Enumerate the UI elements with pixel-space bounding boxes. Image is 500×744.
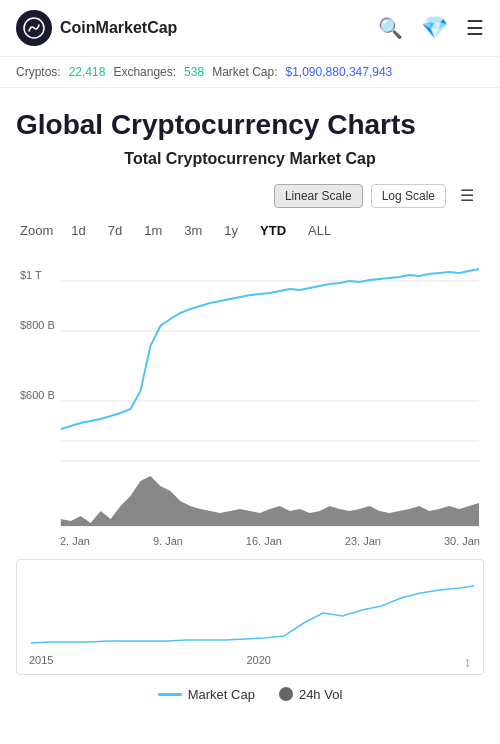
logo-icon	[16, 10, 52, 46]
marketcap-value: $1,090,880,347,943	[286, 65, 393, 79]
legend-market-cap: Market Cap	[158, 687, 255, 702]
log-scale-button[interactable]: Log Scale	[371, 184, 446, 208]
diamond-icon[interactable]: 💎	[421, 15, 448, 41]
y-label-800b: $800 B	[20, 319, 55, 331]
exchanges-value: 538	[184, 65, 204, 79]
date-label-2: 9. Jan	[153, 535, 183, 547]
legend: Market Cap 24h Vol	[16, 675, 484, 710]
marketcap-label: Market Cap:	[212, 65, 277, 79]
date-labels: 2. Jan 9. Jan 16. Jan 23. Jan 30. Jan	[16, 531, 484, 547]
stats-bar: Cryptos: 22,418 Exchanges: 538 Market Ca…	[0, 57, 500, 88]
volume-chart-svg	[16, 451, 484, 531]
zoom-1m[interactable]: 1m	[136, 220, 170, 241]
date-label-4: 23. Jan	[345, 535, 381, 547]
zoom-1y[interactable]: 1y	[216, 220, 246, 241]
main-content: Global Cryptocurrency Charts Total Crypt…	[0, 88, 500, 720]
hist-label-2020: 2020	[247, 654, 271, 670]
zoom-ytd[interactable]: YTD	[252, 220, 294, 241]
zoom-3m[interactable]: 3m	[176, 220, 210, 241]
date-label-5: 30. Jan	[444, 535, 480, 547]
zoom-controls: Zoom 1d 7d 1m 3m 1y YTD ALL	[16, 220, 484, 241]
legend-market-cap-label: Market Cap	[188, 687, 255, 702]
menu-icon[interactable]: ☰	[466, 16, 484, 40]
chart-controls: Linear Scale Log Scale ☰	[16, 184, 484, 208]
hist-label-2015: 2015	[29, 654, 53, 670]
historical-labels: 2015 2020 ↕	[21, 652, 479, 670]
date-label-3: 16. Jan	[246, 535, 282, 547]
search-icon[interactable]: 🔍	[378, 16, 403, 40]
chart-area: $1 T $800 B $600 B	[16, 251, 484, 547]
legend-dot-icon	[279, 687, 293, 701]
legend-line-icon	[158, 693, 182, 696]
y-label-600b: $600 B	[20, 389, 55, 401]
historical-section: 2015 2020 ↕	[16, 559, 484, 675]
zoom-7d[interactable]: 7d	[100, 220, 130, 241]
cryptos-label: Cryptos:	[16, 65, 61, 79]
chart-menu-icon[interactable]: ☰	[454, 184, 480, 207]
exchanges-label: Exchanges:	[113, 65, 176, 79]
brand-name: CoinMarketCap	[60, 19, 177, 37]
zoom-all[interactable]: ALL	[300, 220, 339, 241]
cryptos-value: 22,418	[69, 65, 106, 79]
header-icons: 🔍 💎 ☰	[378, 15, 484, 41]
volume-chart	[16, 451, 484, 531]
legend-volume: 24h Vol	[279, 687, 342, 702]
header: CoinMarketCap 🔍 💎 ☰	[0, 0, 500, 57]
historical-chart-svg	[21, 568, 479, 648]
linear-scale-button[interactable]: Linear Scale	[274, 184, 363, 208]
zoom-label: Zoom	[20, 223, 53, 238]
main-chart-svg	[16, 251, 484, 451]
chart-subtitle: Total Cryptocurrency Market Cap	[16, 150, 484, 168]
date-label-1: 2. Jan	[20, 535, 90, 547]
zoom-1d[interactable]: 1d	[63, 220, 93, 241]
page-title: Global Cryptocurrency Charts	[16, 108, 484, 142]
legend-vol-label: 24h Vol	[299, 687, 342, 702]
hist-scroll-icon[interactable]: ↕	[464, 654, 471, 670]
y-label-1t: $1 T	[20, 269, 42, 281]
logo-container: CoinMarketCap	[16, 10, 378, 46]
main-chart: $1 T $800 B $600 B	[16, 251, 484, 451]
